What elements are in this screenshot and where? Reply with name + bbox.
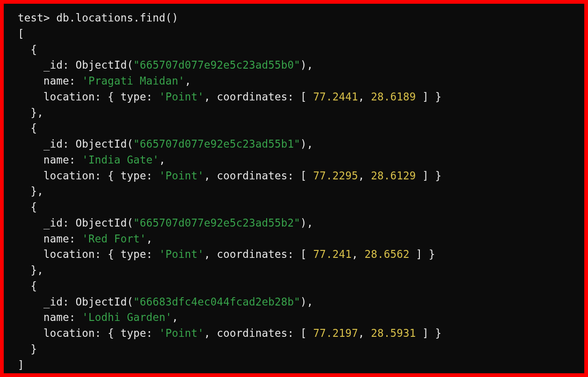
lon-value: 77.2295 — [313, 170, 358, 182]
lat-value: 28.5931 — [371, 327, 416, 339]
result-doc: { _id: ObjectId("66683dfc4ec044fcad2eb28… — [18, 280, 441, 355]
result-doc: { _id: ObjectId("665707d077e92e5c23ad55b… — [18, 43, 441, 119]
lat-value: 28.6129 — [371, 170, 416, 182]
terminal-output: test> db.locations.find() [ { _id: Objec… — [4, 4, 584, 373]
result-doc: { _id: ObjectId("665707d077e92e5c23ad55b… — [18, 122, 441, 197]
open-bracket: [ — [18, 28, 24, 40]
close-bracket: ] — [18, 359, 24, 371]
name-value: 'Pragati Maidan' — [82, 75, 185, 87]
name-value: 'India Gate' — [82, 154, 159, 166]
lat-value: 28.6562 — [364, 248, 409, 260]
objectid-value: "665707d077e92e5c23ad55b1" — [133, 138, 300, 150]
lon-value: 77.2197 — [313, 327, 358, 339]
lat-value: 28.6189 — [371, 91, 416, 103]
objectid-value: "665707d077e92e5c23ad55b2" — [133, 217, 300, 229]
name-value: 'Lodhi Garden' — [82, 311, 172, 323]
objectid-value: "665707d077e92e5c23ad55b0" — [133, 59, 300, 71]
name-value: 'Red Fort' — [82, 233, 146, 245]
objectid-value: "66683dfc4ec044fcad2eb28b" — [133, 296, 300, 308]
lon-value: 77.2441 — [313, 91, 358, 103]
result-doc: { _id: ObjectId("665707d077e92e5c23ad55b… — [18, 201, 435, 276]
shell-prompt: test> — [18, 12, 50, 24]
command-text: db.locations.find() — [56, 12, 178, 24]
lon-value: 77.241 — [313, 248, 351, 260]
